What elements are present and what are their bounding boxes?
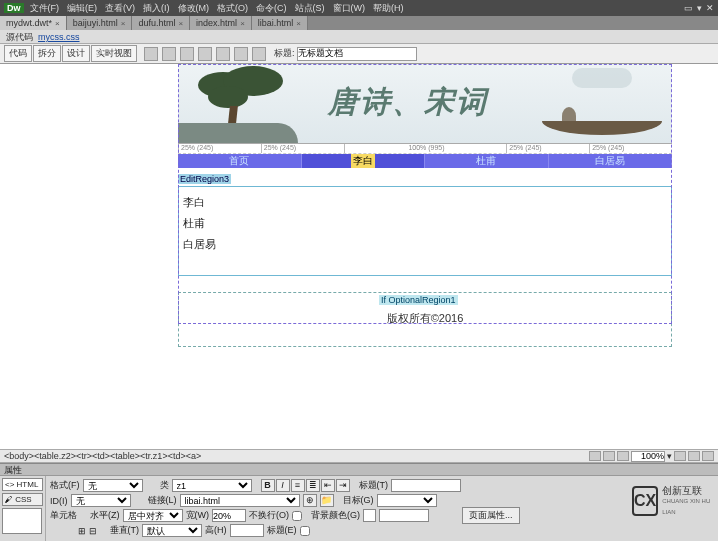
editable-region-label[interactable]: EditRegion3 — [178, 174, 231, 184]
menu-view[interactable]: 查看(V) — [105, 2, 135, 15]
class-select[interactable]: z1 — [172, 479, 252, 492]
nav-libai[interactable]: 李白 — [302, 154, 426, 168]
document-toolbar: 代码 拆分 设计 实时视图 标题: — [0, 44, 718, 64]
tab-mydwt[interactable]: mydwt.dwt*× — [0, 16, 67, 30]
editable-region[interactable]: 李白 杜甫 白居易 — [178, 186, 672, 276]
bold-button[interactable]: B — [261, 479, 275, 492]
zoom-dropdown-icon[interactable]: ▾ — [667, 451, 672, 461]
nav-row: 首页 李白 杜甫 白居易 — [178, 154, 672, 168]
nowrap-checkbox[interactable] — [292, 511, 302, 521]
point-to-file-icon[interactable]: ⊕ — [303, 494, 317, 507]
menu-format[interactable]: 格式(O) — [217, 2, 248, 15]
close-icon[interactable]: × — [178, 19, 183, 28]
format-label: 格式(F) — [50, 479, 80, 492]
bgcolor-swatch[interactable] — [363, 509, 376, 522]
view-design-button[interactable]: 设计 — [62, 45, 90, 62]
banner-title: 唐诗、宋词 — [328, 82, 488, 123]
view-live-button[interactable]: 实时视图 — [91, 45, 137, 62]
design-view[interactable]: 唐诗、宋词 25% (245) 25% (245) 100% (995) 25%… — [0, 64, 718, 449]
toolbar-icon[interactable] — [180, 47, 194, 61]
nav-dufu[interactable]: 杜甫 — [425, 154, 549, 168]
related-css-link[interactable]: mycss.css — [38, 32, 80, 42]
content-line[interactable]: 杜甫 — [183, 216, 667, 231]
height-label: 高(H) — [205, 524, 227, 537]
width-label: 宽(W) — [186, 509, 210, 522]
tag-path[interactable]: <body><table.z2><tr><td><table><tr.z1><t… — [4, 451, 201, 461]
hand-tool-icon[interactable] — [603, 451, 615, 461]
italic-button[interactable]: I — [276, 479, 290, 492]
toolbar-icon[interactable] — [216, 47, 230, 61]
prop-html-mode[interactable]: <> HTML — [2, 478, 43, 491]
boat-graphic — [542, 95, 662, 135]
window-size-icon[interactable] — [702, 451, 714, 461]
title-attr-label: 标题(T) — [359, 479, 389, 492]
layout-icons[interactable]: ▭▾✕ — [680, 3, 714, 13]
toolbar-icon[interactable] — [162, 47, 176, 61]
app-logo: Dw — [4, 3, 24, 13]
tab-dufu[interactable]: dufu.html× — [132, 16, 190, 30]
window-size-icon[interactable] — [674, 451, 686, 461]
menu-commands[interactable]: 命令(C) — [256, 2, 287, 15]
menu-help[interactable]: 帮助(H) — [373, 2, 404, 15]
header-cell-checkbox[interactable] — [300, 526, 310, 536]
view-split-button[interactable]: 拆分 — [33, 45, 61, 62]
select-tool-icon[interactable] — [589, 451, 601, 461]
banner: 唐诗、宋词 — [178, 64, 672, 144]
toolbar-icon[interactable] — [234, 47, 248, 61]
height-input[interactable] — [230, 524, 264, 537]
close-icon[interactable]: × — [55, 19, 60, 28]
view-code-button[interactable]: 代码 — [4, 45, 32, 62]
menu-window[interactable]: 窗口(W) — [333, 2, 366, 15]
toolbar-icon[interactable] — [252, 47, 266, 61]
toolbar-icon[interactable] — [198, 47, 212, 61]
link-combo[interactable]: libai.html — [180, 494, 300, 507]
properties-header[interactable]: 属性 — [0, 464, 718, 476]
menu-modify[interactable]: 修改(M) — [178, 2, 210, 15]
close-icon[interactable]: × — [121, 19, 126, 28]
watermark-logo: CX 创新互联CHUANG XIN HU LIAN — [632, 481, 714, 521]
format-select[interactable]: 无 — [83, 479, 143, 492]
column-ruler: 25% (245) 25% (245) 100% (995) 25% (245)… — [178, 144, 672, 154]
page-properties-button[interactable]: 页面属性... — [462, 507, 520, 524]
id-select[interactable]: 无 — [71, 494, 131, 507]
target-label: 目标(G) — [343, 494, 374, 507]
close-icon[interactable]: × — [296, 19, 301, 28]
title-attr-input[interactable] — [391, 479, 461, 492]
outdent-button[interactable]: ⇤ — [321, 479, 335, 492]
menu-bar: Dw 文件(F) 编辑(E) 查看(V) 插入(I) 修改(M) 格式(O) 命… — [0, 0, 718, 16]
tab-index[interactable]: index.html× — [190, 16, 252, 30]
browse-folder-icon[interactable]: 📁 — [320, 494, 334, 507]
source-code-label[interactable]: 源代码 — [6, 32, 33, 42]
optional-region-label[interactable]: If OptionalRegion1 — [379, 295, 458, 305]
window-size-icon[interactable] — [688, 451, 700, 461]
tab-libai[interactable]: libai.html× — [252, 16, 308, 30]
menu-file[interactable]: 文件(F) — [30, 2, 60, 15]
menu-edit[interactable]: 编辑(E) — [67, 2, 97, 15]
indent-button[interactable]: ⇥ — [336, 479, 350, 492]
optional-region: If OptionalRegion1 版权所有©2016 — [178, 292, 672, 347]
close-icon[interactable]: × — [240, 19, 245, 28]
header-cell-label: 标题(E) — [267, 524, 297, 537]
cell-thumb-icon — [2, 508, 42, 534]
menu-insert[interactable]: 插入(I) — [143, 2, 170, 15]
toolbar-icon[interactable] — [144, 47, 158, 61]
tab-baijuyi[interactable]: baijuyi.html× — [67, 16, 133, 30]
vert-label: 垂直(T) — [110, 524, 140, 537]
bgcolor-input[interactable] — [379, 509, 429, 522]
ul-button[interactable]: ≡ — [291, 479, 305, 492]
nav-home[interactable]: 首页 — [178, 154, 302, 168]
content-line[interactable]: 李白 — [183, 195, 667, 210]
menu-site[interactable]: 站点(S) — [295, 2, 325, 15]
content-line[interactable]: 白居易 — [183, 237, 667, 252]
zoom-input[interactable] — [631, 451, 665, 462]
width-input[interactable] — [212, 509, 246, 522]
target-select[interactable] — [377, 494, 437, 507]
horz-select[interactable]: 居中对齐 — [123, 509, 183, 522]
vert-select[interactable]: 默认 — [142, 524, 202, 537]
copyright-text: 版权所有©2016 — [387, 311, 464, 326]
doc-title-input[interactable] — [297, 47, 417, 61]
nav-baijuyi[interactable]: 白居易 — [549, 154, 673, 168]
zoom-tool-icon[interactable] — [617, 451, 629, 461]
ol-button[interactable]: ≣ — [306, 479, 320, 492]
prop-css-mode[interactable]: 🖌 CSS — [2, 493, 43, 506]
